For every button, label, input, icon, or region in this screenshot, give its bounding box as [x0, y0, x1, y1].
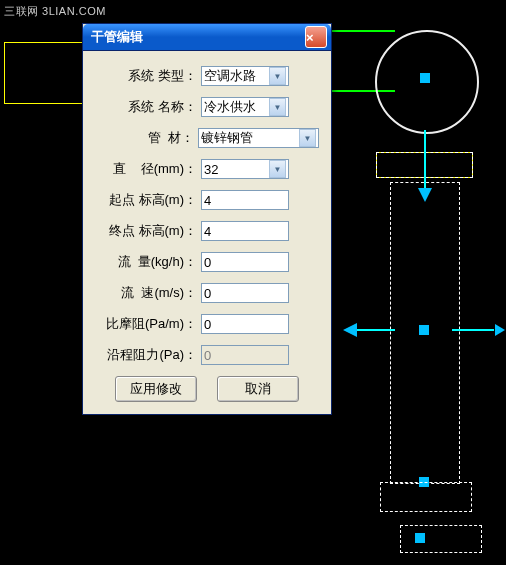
dialog-title: 干管编辑: [91, 28, 305, 46]
velocity-label: 流 速(m/s)：: [95, 284, 201, 302]
chevron-down-icon: ▼: [269, 67, 286, 85]
friction-label: 比摩阻(Pa/m)：: [95, 315, 201, 333]
system-name-value: 冷水供水: [204, 98, 256, 116]
chevron-down-icon: ▼: [269, 160, 286, 178]
velocity-input[interactable]: [201, 283, 289, 303]
chevron-down-icon: ▼: [299, 129, 316, 147]
material-label: 管 材：: [95, 129, 198, 147]
diameter-combo[interactable]: 32 ▼: [201, 159, 289, 179]
end-elev-label: 终点 标高(m)：: [95, 222, 201, 240]
chevron-down-icon: ▼: [269, 98, 286, 116]
dialog-body: 系统 类型： 空调水路 ▼ 系统 名称： 冷水供水 ▼ 管 材： 镀锌钢管 ▼ …: [83, 51, 331, 414]
resistance-label: 沿程阻力(Pa)：: [95, 346, 201, 364]
resistance-input: [201, 345, 289, 365]
system-name-combo[interactable]: 冷水供水 ▼: [201, 97, 289, 117]
material-value: 镀锌钢管: [201, 129, 253, 147]
apply-button-label: 应用修改: [130, 380, 182, 398]
apply-button[interactable]: 应用修改: [115, 376, 197, 402]
system-type-label: 系统 类型：: [95, 67, 201, 85]
watermark: 三联网 3LIAN.COM: [4, 4, 106, 19]
friction-input[interactable]: [201, 314, 289, 334]
close-button[interactable]: ×: [305, 26, 327, 48]
flow-input[interactable]: [201, 252, 289, 272]
material-combo[interactable]: 镀锌钢管 ▼: [198, 128, 319, 148]
cancel-button[interactable]: 取消: [217, 376, 299, 402]
system-type-value: 空调水路: [204, 67, 256, 85]
flow-label: 流 量(kg/h)：: [95, 253, 201, 271]
diameter-label: 直 径(mm)：: [95, 160, 201, 178]
start-elev-label: 起点 标高(m)：: [95, 191, 201, 209]
title-bar[interactable]: 干管编辑 ×: [83, 24, 331, 51]
diameter-value: 32: [204, 162, 218, 177]
cancel-button-label: 取消: [245, 380, 271, 398]
start-elev-input[interactable]: [201, 190, 289, 210]
end-elev-input[interactable]: [201, 221, 289, 241]
main-pipe-edit-dialog: 干管编辑 × 系统 类型： 空调水路 ▼ 系统 名称： 冷水供水 ▼ 管 材： …: [82, 23, 332, 415]
system-type-combo[interactable]: 空调水路 ▼: [201, 66, 289, 86]
system-name-label: 系统 名称：: [95, 98, 201, 116]
close-icon: ×: [306, 30, 326, 45]
